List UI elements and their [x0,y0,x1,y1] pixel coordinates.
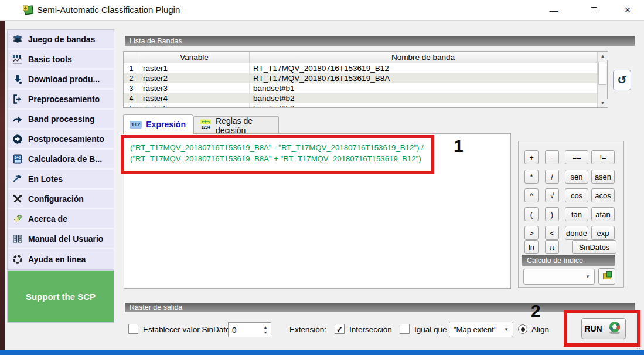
svg-text:1234: 1234 [201,125,210,129]
bottom-statusbar-strip [0,350,644,355]
multiply-button[interactable]: * [524,170,539,184]
plus-button[interactable]: + [524,150,539,164]
sidebar-item-postprocessing[interactable]: Postprocesamiento [8,130,114,150]
calculator-icon: 1+2 [12,153,23,164]
sidebar: Juego de bandas Basic tools Download pro… [7,29,114,323]
open-paren-button[interactable]: ( [524,207,539,221]
asin-button[interactable]: asen [591,170,615,184]
minimize-button[interactable]: — [540,0,567,20]
spinner-arrows[interactable]: ▲ ▼ [260,323,271,337]
chevron-down-icon: ▼ [585,274,590,279]
table-header-row: Variable Nombre de banda [124,52,597,63]
sidebar-item-label: Manual del Usuario [28,234,103,244]
intersection-checkbox[interactable]: ✓ [335,324,345,334]
align-radio[interactable] [518,324,527,334]
sidebar-item-band-set[interactable]: Juego de bandas [8,30,114,50]
cell-band-name[interactable]: bandset#b3 [250,103,597,108]
sidebar-item-band-processing[interactable]: Band processing [8,110,114,130]
support-scp-button[interactable]: Support the SCP [8,269,114,322]
atan-button[interactable]: atan [591,207,615,221]
layers-icon [12,33,23,45]
column-header-num[interactable] [124,52,139,63]
index-dropdown[interactable]: ▼ [523,269,595,285]
column-header-variable[interactable]: Variable [139,52,250,63]
tab-expression[interactable]: 1+2 Expresión [123,114,193,134]
tab-expression-label: Expresión [146,120,186,129]
table-row[interactable]: 5 raster5 bandset#b3 [124,103,597,108]
sidebar-item-label: Preprocesamiento [28,94,100,104]
sidebar-item-user-manual[interactable]: Manual del Usuario [8,229,114,249]
less-than-button[interactable]: < [545,226,559,240]
not-equals-button[interactable]: != [591,150,615,164]
ln-button[interactable]: ln [524,240,539,254]
exp-button[interactable]: exp [591,226,615,240]
cell-variable[interactable]: raster3 [139,83,250,93]
sidebar-item-online-help[interactable]: Ayuda en línea [8,249,114,269]
table-row[interactable]: 4 raster4 bandset#b2 [124,93,597,103]
set-nodata-checkbox[interactable] [128,324,138,334]
refresh-band-list-button[interactable]: ↺ [613,70,631,90]
open-index-file-button[interactable] [598,268,615,285]
help-icon [12,254,23,265]
sidebar-item-label: Band processing [28,114,95,124]
cell-band-name[interactable]: bandset#b1 [250,83,597,93]
cell-variable[interactable]: raster2 [139,73,250,83]
table-scrollbar[interactable]: ▲ ▼ [597,52,607,107]
where-button[interactable]: donde [565,226,588,240]
equals-button[interactable]: == [565,150,588,164]
expression-tab-icon: 1+2 [130,121,142,129]
row-number: 2 [124,73,139,83]
divide-button[interactable]: / [545,170,559,184]
pi-button[interactable]: π [545,240,559,254]
same-as-checkbox[interactable] [400,324,410,334]
tab-decision-rules[interactable]: 1234 Reglas de decisión [193,116,279,134]
refresh-icon: ↺ [618,73,627,87]
table-row[interactable]: 2 raster2 RT_T17MQV_20180716T153619_B8A [124,73,597,83]
radio-dot [521,327,525,332]
tan-button[interactable]: tan [565,207,588,221]
table-row[interactable]: 3 raster3 bandset#b1 [124,83,597,93]
cell-variable[interactable]: raster5 [139,103,250,108]
extent-dropdown[interactable]: "Map extent" ▼ [449,322,513,337]
scroll-up-icon[interactable]: ▲ [598,52,608,60]
nodata-button[interactable]: SinDatos [572,240,616,254]
maximize-button[interactable] [580,0,607,20]
cell-band-name[interactable]: RT_T17MQV_20180716T153619_B8A [250,73,597,83]
sidebar-item-about[interactable]: Acerca de [8,209,114,229]
minus-button[interactable]: - [545,150,559,164]
sidebar-item-basic-tools[interactable]: Basic tools [8,50,114,70]
scrollbar-thumb[interactable] [598,62,606,85]
sidebar-item-band-calc[interactable]: 1+2 Calculadora de B... [8,150,114,170]
sidebar-item-preprocessing[interactable]: Preprocesamiento [8,90,114,110]
cos-button[interactable]: cos [565,188,588,202]
row-number: 3 [124,83,139,93]
spin-down-icon[interactable]: ▼ [264,330,268,334]
sidebar-item-settings[interactable]: Configuración [8,190,114,209]
cell-variable[interactable]: raster4 [139,93,250,103]
run-button[interactable]: RUN [581,318,626,339]
close-button[interactable]: × [614,0,641,20]
greater-than-button[interactable]: > [524,226,539,240]
row-number: 5 [124,103,139,108]
cell-band-name[interactable]: RT_T17MQV_20180716T153619_B12 [250,63,597,73]
acos-button[interactable]: acos [591,188,615,202]
cell-variable[interactable]: raster1 [139,63,250,73]
nodata-value[interactable]: 0 [229,323,260,337]
table-row[interactable]: 1 raster1 RT_T17MQV_20180716T153619_B12 [124,63,597,73]
power-button[interactable]: ^ [524,188,539,202]
nodata-value-spinner[interactable]: 0 ▲ ▼ [228,322,271,337]
sidebar-item-batch[interactable]: En Lotes [8,170,114,190]
output-raster-group-title: Ráster de salida [130,303,182,312]
close-paren-button[interactable]: ) [545,207,559,221]
cell-band-name[interactable]: bandset#b2 [250,93,597,103]
scroll-down-icon[interactable]: ▼ [598,99,608,107]
band-list-table[interactable]: Variable Nombre de banda 1 raster1 RT_T1… [123,51,608,108]
extension-label: Extensión: [289,325,326,334]
sidebar-item-download-products[interactable]: Download produ... [8,70,114,90]
open-file-icon [602,270,612,283]
sqrt-button[interactable]: √ [545,188,559,202]
sin-button[interactable]: sen [565,170,588,184]
column-header-band-name[interactable]: Nombre de banda [250,52,597,63]
spin-up-icon[interactable]: ▲ [264,325,268,329]
row-number: 4 [124,93,139,103]
